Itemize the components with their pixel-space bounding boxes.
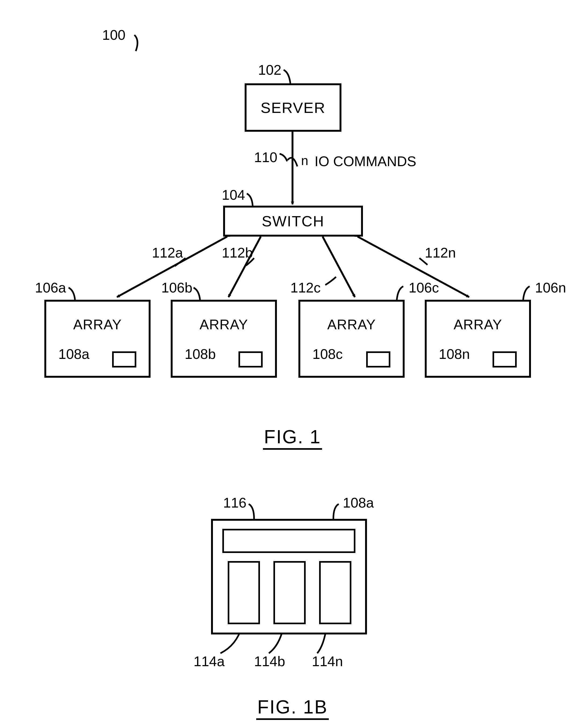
fig1b-title: FIG. 1B: [0, 696, 585, 720]
array-a-label: ARRAY: [73, 316, 122, 333]
ref-112n: 112n: [425, 245, 456, 261]
fig1b-col-b: [273, 561, 306, 624]
fig1b-outer-box: [211, 519, 367, 634]
array-c-label: ARRAY: [327, 316, 376, 333]
ref-114n: 114n: [312, 653, 343, 669]
ref-112b: 112b: [222, 245, 253, 261]
ref-110: 110: [254, 149, 277, 165]
ref-108a-fig1b: 108a: [343, 495, 374, 511]
svg-line-3: [323, 237, 355, 297]
inner-box-c: [366, 352, 390, 367]
ref-114a: 114a: [194, 653, 225, 669]
server-box: SERVER: [245, 83, 341, 132]
switch-label: SWITCH: [262, 212, 325, 230]
inner-box-n: [492, 352, 517, 367]
array-n-label: ARRAY: [454, 316, 502, 333]
ref-106b: 106b: [161, 280, 193, 296]
ref-114b: 114b: [254, 653, 285, 669]
ref-112c: 112c: [290, 280, 321, 296]
ref-116: 116: [223, 495, 247, 511]
ref-108n: 108n: [439, 346, 470, 362]
inner-box-b: [238, 352, 263, 367]
io-commands-label: IO COMMANDS: [314, 153, 416, 170]
ref-106c: 106c: [409, 280, 439, 296]
ref-112a: 112a: [152, 245, 183, 261]
fig1b-top-bar: [222, 529, 355, 553]
array-b-box: ARRAY 108b: [171, 300, 277, 378]
fig1b-col-a: [228, 561, 260, 624]
ref-108a: 108a: [58, 346, 90, 362]
ref-100: 100: [102, 27, 126, 43]
diagram-page: 100 102 SERVER 110 n IO COMMANDS 104 SWI…: [0, 0, 585, 728]
array-a-box: ARRAY 108a: [44, 300, 151, 378]
ref-106a: 106a: [35, 280, 66, 296]
ref-104: 104: [222, 187, 245, 203]
ref-102: 102: [258, 62, 281, 78]
switch-box: SWITCH: [223, 206, 363, 237]
inner-box-a: [112, 352, 136, 367]
server-label: SERVER: [260, 99, 325, 116]
array-n-box: ARRAY 108n: [425, 300, 531, 378]
fig1b-col-n: [319, 561, 351, 624]
array-b-label: ARRAY: [200, 316, 248, 333]
fig1-title: FIG. 1: [0, 426, 585, 450]
array-c-box: ARRAY 108c: [299, 300, 405, 378]
ref-108c: 108c: [312, 346, 343, 362]
n-label: n: [301, 153, 308, 168]
ref-108b: 108b: [185, 346, 216, 362]
ref-106n: 106n: [535, 280, 566, 296]
